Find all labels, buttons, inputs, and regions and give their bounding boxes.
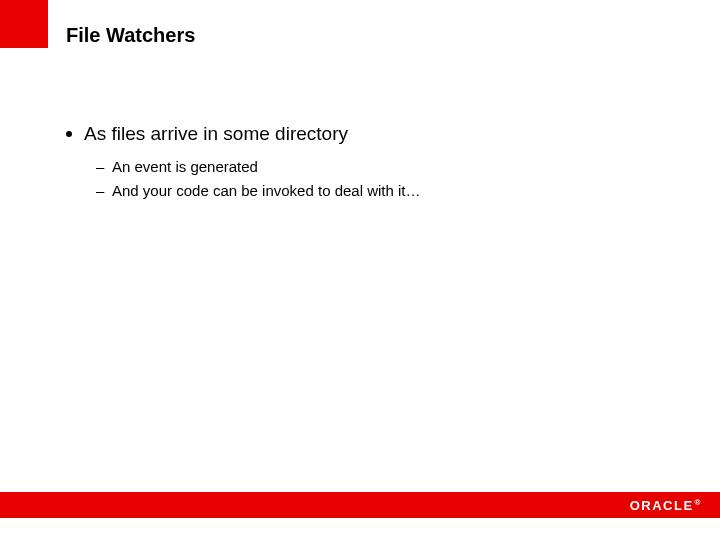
content-area: As files arrive in some directory – An e… (66, 122, 680, 205)
oracle-logo: ORACLE® (630, 498, 702, 513)
logo-text: ORACLE (630, 498, 694, 513)
sub-text: An event is generated (112, 157, 258, 177)
footer-bar: ORACLE® (0, 492, 720, 518)
registered-mark: ® (695, 498, 702, 507)
slide-title: File Watchers (66, 24, 195, 47)
bullet-icon (66, 131, 72, 137)
slide: File Watchers As files arrive in some di… (0, 0, 720, 540)
dash-icon: – (96, 181, 106, 201)
corner-accent (0, 0, 48, 48)
bullet-item: As files arrive in some directory (66, 122, 680, 147)
bullet-text: As files arrive in some directory (84, 122, 348, 147)
sub-list: – An event is generated – And your code … (96, 157, 680, 202)
sub-item: – And your code can be invoked to deal w… (96, 181, 680, 201)
sub-item: – An event is generated (96, 157, 680, 177)
dash-icon: – (96, 157, 106, 177)
sub-text: And your code can be invoked to deal wit… (112, 181, 421, 201)
